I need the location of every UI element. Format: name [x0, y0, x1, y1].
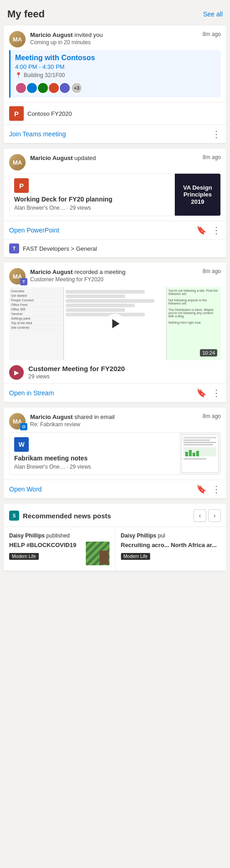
minecraft-image: [86, 542, 110, 565]
open-powerpoint-link[interactable]: Open PowerPoint: [9, 227, 59, 234]
more-options-icon[interactable]: ⋮: [212, 129, 221, 140]
card1-subtitle: Coming up in 20 minutes: [30, 39, 103, 46]
card4-actor: Maricio August: [30, 413, 73, 420]
teams-badge: T: [20, 278, 27, 285]
join-teams-meeting-link[interactable]: Join Teams meeting: [9, 130, 66, 138]
avatar-with-badge: MA O: [9, 413, 26, 429]
avatar-with-badge: MA T: [9, 268, 26, 284]
bookmark-icon[interactable]: 🔖: [196, 388, 206, 398]
sim-bar: [66, 290, 145, 294]
minecraft-char: [99, 551, 109, 564]
news-author-name-1: Daisy Phillips: [9, 532, 45, 539]
teams-icon: T: [9, 243, 19, 253]
attendees-more: +3: [71, 82, 83, 94]
open-word-link[interactable]: Open Word: [9, 486, 42, 493]
card4-header-left: MA O Maricio August shared in email Re: …: [9, 413, 199, 429]
ppt-doc-meta: Alan Brewer's One… · 29 views: [14, 205, 170, 211]
card4-time: 8m ago: [203, 413, 221, 419]
word-doc-title: Fabrikam meeting notes: [14, 455, 175, 462]
video-left-panel: Overview Get started People Connect Offi…: [9, 287, 64, 360]
word-icon: W: [14, 437, 29, 452]
news-action-1: published: [45, 532, 70, 539]
card1-footer: Join Teams meeting ⋮: [4, 124, 226, 143]
attendee-avatar: [59, 82, 71, 94]
teams-badge-icon: T: [20, 278, 27, 285]
card2-footer: Open PowerPoint 🔖 ⋮: [4, 221, 226, 239]
card2-action: updated: [73, 155, 96, 161]
video-screenshot: Overview Get started People Connect Offi…: [9, 287, 221, 360]
panel-row: Top of the feed: [11, 321, 62, 326]
avatar: MA: [9, 154, 26, 170]
meeting-invite-card: MA Maricio August invited you Coming up …: [4, 26, 226, 143]
more-options-icon[interactable]: ⋮: [212, 484, 221, 495]
location-pin-icon: 📍: [15, 72, 22, 78]
card2-actor: Maricio August: [30, 155, 73, 161]
video-duration: 10:24: [200, 349, 217, 356]
meeting-location: 📍 Building 32/1F00: [15, 72, 216, 78]
word-content: W Fabrikam meeting notes Alan Brewer's O…: [9, 432, 221, 475]
news-prev-button[interactable]: ‹: [193, 509, 206, 522]
more-options-icon[interactable]: ⋮: [212, 225, 221, 236]
news-next-button[interactable]: ›: [208, 509, 221, 522]
thumb-line1: VA Design: [183, 184, 212, 191]
attendees-row: +3: [15, 82, 216, 94]
card4-header: MA O Maricio August shared in email Re: …: [4, 408, 226, 432]
card1-actor: Maricio August: [30, 31, 73, 38]
news-header: S Recommended news posts ‹ ›: [4, 504, 226, 527]
see-all-link[interactable]: See all: [203, 10, 223, 18]
word-doc-meta: Alan Brewer's One… · 29 views: [14, 464, 175, 470]
news-item-2: Daisy Phillips pul Recruiting acro... No…: [115, 527, 227, 571]
bookmark-icon[interactable]: 🔖: [196, 484, 206, 494]
card4-subtitle: Re: Fabrikam review: [30, 421, 115, 428]
card4-header-text: Maricio August shared in email Re: Fabri…: [30, 413, 115, 428]
more-options-icon[interactable]: ⋮: [212, 388, 221, 398]
ppt-doc-title: Working Deck for FY20 planning: [14, 196, 170, 203]
news-text-2: Recruiting acro... North Africa ar... Mo…: [121, 542, 221, 560]
bookmark-icon[interactable]: 🔖: [196, 225, 206, 235]
card3-time: 8m ago: [203, 268, 221, 274]
video-play-button[interactable]: [105, 314, 125, 334]
card1-actor-line: Maricio August invited you: [30, 31, 103, 39]
page-header: My feed See all: [0, 0, 230, 26]
attendee-avatar: [15, 82, 27, 94]
sim-bar: [66, 308, 125, 312]
stream-icon: ▶: [9, 365, 24, 380]
outlook-badge: O: [20, 423, 27, 430]
play-triangle-icon: [112, 319, 120, 328]
card4-actor-line: Maricio August shared in email: [30, 413, 115, 421]
card2-header: MA Maricio August updated 8m ago: [4, 149, 226, 173]
card2-time: 8m ago: [203, 154, 221, 160]
sim-bar: [66, 294, 125, 298]
footer-actions: 🔖 ⋮: [196, 484, 221, 495]
card3-action: recorded a meeting: [73, 269, 125, 275]
word-thumbnail: [179, 433, 220, 475]
news-grid: Daisy Phillips published HELP #BLOCKCOVI…: [4, 527, 226, 571]
card4-action: shared in email: [73, 413, 115, 420]
card3-subtitle: Customer Meeting for FY2020: [30, 276, 125, 283]
card1-header-text: Maricio August invited you Coming up in …: [30, 31, 103, 46]
news-author-1: Daisy Phillips published: [9, 532, 110, 539]
card3-actor-line: Maricio August recorded a meeting: [30, 268, 125, 276]
sim-bar: [66, 313, 145, 316]
ppt-content: P Working Deck for FY20 planning Alan Br…: [9, 173, 221, 216]
news-text-1: HELP #BLOCKCOVID19 Modern Life: [9, 542, 82, 560]
footer-actions: 🔖 ⋮: [196, 388, 221, 398]
video-recording-card: MA T Maricio August recorded a meeting C…: [4, 263, 226, 402]
attendee-avatar: [48, 82, 60, 94]
card1-action: invited you: [73, 31, 103, 38]
channel-row: T FAST Developers > General: [4, 239, 226, 257]
sharepoint-icon: S: [9, 511, 19, 521]
attendee-avatar: [37, 82, 49, 94]
card2-header-left: MA Maricio August updated: [9, 154, 199, 170]
news-tag-1: Modern Life: [9, 553, 39, 560]
ppt-icon: P: [9, 106, 24, 121]
panel-row: Yammer: [11, 312, 62, 316]
panel-row: Overview: [11, 289, 62, 294]
card2-header-text: Maricio August updated: [30, 154, 96, 162]
news-item-body-2: Recruiting acro... North Africa ar... Mo…: [121, 542, 221, 560]
news-action-2: pul: [157, 532, 165, 539]
thumb-line2: Principles: [183, 191, 212, 198]
word-share-card: MA O Maricio August shared in email Re: …: [4, 408, 226, 498]
panel-row: Site contents: [11, 326, 62, 330]
open-stream-link[interactable]: Open in Stream: [9, 389, 54, 397]
